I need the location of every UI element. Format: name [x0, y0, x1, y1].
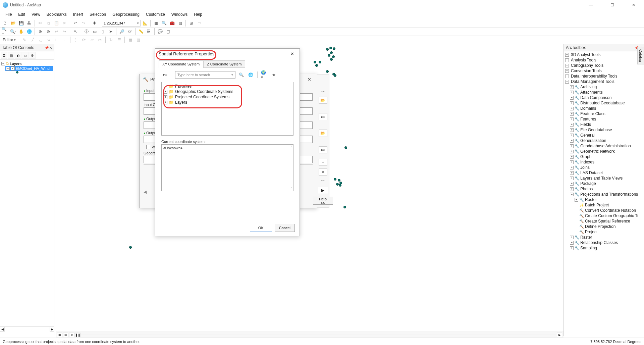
print-icon[interactable]: 🖶 [25, 19, 33, 27]
editor-toolbar-icon[interactable]: 📐 [141, 19, 149, 27]
map-point[interactable] [326, 48, 329, 51]
create-features-icon[interactable]: ▥ [135, 36, 142, 44]
tool-convert-coordinate-notation[interactable]: 🔨Convert Coordinate Notation [565, 208, 643, 213]
split-icon[interactable]: ✂ [96, 36, 104, 44]
map-point[interactable] [314, 61, 316, 63]
map-point[interactable] [319, 61, 321, 63]
plus-icon[interactable]: + [164, 90, 167, 94]
results-icon[interactable]: ▭ [196, 19, 203, 27]
close-button[interactable]: ✕ [626, 0, 641, 10]
plus-icon[interactable]: + [570, 182, 574, 186]
list-by-drawing-icon[interactable]: ≣ [1, 52, 7, 59]
toolset-projections-and-transformations[interactable]: −🔧Projections and Transformations [565, 192, 643, 197]
toolbox-3d-analyst-tools[interactable]: +3D Analyst Tools [565, 52, 643, 57]
toolset-fields[interactable]: +🔧Fields [565, 122, 643, 127]
map-point[interactable] [343, 206, 346, 208]
copy-icon[interactable]: ⧉ [45, 19, 52, 27]
tree-pcs[interactable]: + 📁 Projected Coordinate Systems [163, 94, 292, 100]
tool-batch-project[interactable]: ✨Batch Project [565, 202, 643, 208]
toolbox-conversion-tools[interactable]: +Conversion Tools [565, 68, 643, 73]
tab-xy-coordinate-system[interactable]: XY Coordinate System [159, 60, 203, 68]
map-point[interactable] [326, 70, 329, 73]
toolset-geometric-network[interactable]: +🔧Geometric Network [565, 149, 643, 154]
select-elements-icon[interactable]: ↖ [72, 28, 79, 35]
plus-icon[interactable]: + [570, 236, 574, 239]
toolset-attachments[interactable]: +🔧Attachments [565, 90, 643, 95]
xy-icon[interactable]: XY [126, 28, 133, 35]
map-point[interactable] [330, 58, 333, 61]
chevron-up-icon[interactable]: ︿ [321, 88, 325, 94]
map-point[interactable] [329, 47, 332, 49]
time-slider-icon[interactable]: ▢ [164, 28, 172, 35]
pan-icon[interactable]: ✋ [17, 28, 25, 35]
menu-help[interactable]: Help [191, 11, 205, 17]
toolset-file-geodatabase[interactable]: +🔧File Geodatabase [565, 127, 643, 133]
close-toc-icon[interactable]: ✕ [49, 46, 52, 50]
open-icon[interactable]: 📂 [9, 19, 17, 27]
menu-insert[interactable]: Insert [70, 11, 86, 17]
remove-geotrans-icon[interactable]: ✕ [319, 168, 327, 176]
tool-define-projection[interactable]: 🔨Define Projection [565, 224, 643, 229]
model-builder-icon[interactable]: ⊞ [187, 19, 195, 27]
chevron-up-icon[interactable]: ˄ [291, 145, 292, 149]
plus-icon[interactable]: + [570, 128, 574, 132]
plus-icon[interactable]: + [565, 64, 569, 67]
toolbox-data-management-tools[interactable]: −Data Management Tools [565, 79, 643, 84]
edit-straight-icon[interactable]: ╱ [29, 36, 36, 44]
plus-icon[interactable]: + [565, 69, 569, 73]
hyperlink-icon[interactable]: ⛓ [145, 28, 153, 35]
pause-drawing-icon[interactable]: ❚❚ [75, 333, 80, 337]
toolset-archiving[interactable]: +🔧Archiving [565, 84, 643, 90]
menu-file[interactable]: File [3, 11, 14, 17]
cs-props-icon[interactable]: ▭ [319, 113, 327, 120]
map-point[interactable] [338, 179, 340, 182]
toolset-generalization[interactable]: +🔧Generalization [565, 138, 643, 143]
plus-icon[interactable]: + [570, 112, 574, 116]
toolset-indexes[interactable]: +🔧Indexes [565, 159, 643, 165]
toolset-general[interactable]: +🔧General [565, 133, 643, 138]
toolset-joins[interactable]: +🔧Joins [565, 165, 643, 170]
edit-right-angle-icon[interactable]: ∟ [53, 36, 60, 44]
toolset-sampling[interactable]: +🔧Sampling [565, 245, 643, 251]
toolset-distributed-geodatabase[interactable]: +🔧Distributed Geodatabase [565, 100, 643, 106]
toolset-raster[interactable]: +🔧Raster [565, 235, 643, 240]
toolbox-data-interoperability-tools[interactable]: +Data Interoperability Tools [565, 73, 643, 79]
plus-icon[interactable]: + [570, 107, 574, 110]
editor-menu[interactable]: Editor▾ [1, 38, 17, 42]
plus-icon[interactable]: + [570, 241, 574, 245]
plus-icon[interactable]: + [565, 53, 569, 57]
minus-icon[interactable]: − [570, 193, 574, 196]
attributes-icon[interactable]: ☰ [115, 36, 123, 44]
plus-icon[interactable]: + [570, 144, 574, 148]
plus-icon[interactable]: + [570, 101, 574, 105]
list-by-selection-icon[interactable]: ▭ [22, 52, 29, 59]
tree-favorites[interactable]: 📁 Favorites [163, 84, 292, 89]
plus-icon[interactable]: + [570, 123, 574, 127]
locate-icon[interactable]: 🌐 [247, 71, 254, 79]
options-icon[interactable]: ⚙ [29, 52, 36, 59]
sr-search-input[interactable]: Type here to search ▾ [175, 71, 235, 79]
map-point[interactable] [334, 178, 336, 181]
scroll-right-icon[interactable]: ▶ [50, 327, 54, 332]
select-features-icon[interactable]: ▭ [91, 28, 98, 35]
toolset-feature-class[interactable]: +🔧Feature Class [565, 111, 643, 116]
map-point[interactable] [315, 64, 318, 67]
minimize-button[interactable]: — [583, 0, 598, 10]
ok-button[interactable]: OK [250, 224, 272, 232]
cs-props-output-icon[interactable]: ▭ [319, 146, 327, 153]
full-extent-icon[interactable]: 🌐 [25, 28, 33, 35]
plus-icon[interactable]: + [570, 177, 574, 180]
minus-icon[interactable]: − [565, 80, 569, 84]
toolset-relationship-classes[interactable]: +🔧Relationship Classes [565, 240, 643, 245]
paste-icon[interactable]: 📋 [53, 19, 60, 27]
add-geotrans-icon[interactable]: ＋ [319, 159, 327, 166]
clear-selection-icon[interactable]: ▯ [99, 28, 106, 35]
tree-gcs[interactable]: + 📁 Geographic Coordinate Systems [163, 89, 292, 94]
scroll-right-map-icon[interactable]: ▶ [557, 333, 562, 337]
python-window-icon[interactable]: ▤ [176, 19, 184, 27]
map-point[interactable] [336, 183, 339, 186]
layers-root[interactable]: − ⧉ Layers [1, 61, 53, 66]
find-icon[interactable]: 🔎 [118, 28, 125, 35]
tab-z-coordinate-system[interactable]: Z Coordinate System [203, 60, 245, 68]
menu-edit[interactable]: Edit [15, 11, 28, 17]
